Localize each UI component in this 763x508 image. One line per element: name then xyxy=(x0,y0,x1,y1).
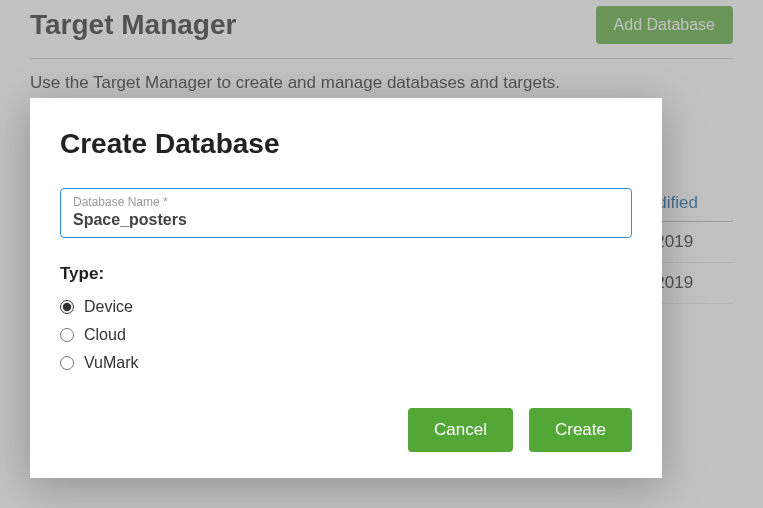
radio-option-vumark[interactable]: VuMark xyxy=(60,354,632,372)
radio-option-cloud[interactable]: Cloud xyxy=(60,326,632,344)
radio-device[interactable] xyxy=(60,300,74,314)
radio-vumark[interactable] xyxy=(60,356,74,370)
create-button[interactable]: Create xyxy=(529,408,632,452)
radio-cloud-label: Cloud xyxy=(84,326,126,344)
create-database-modal: Create Database Database Name * Type: De… xyxy=(30,98,662,478)
radio-device-label: Device xyxy=(84,298,133,316)
type-radio-group: Device Cloud VuMark xyxy=(60,298,632,372)
type-label: Type: xyxy=(60,264,632,284)
radio-cloud[interactable] xyxy=(60,328,74,342)
cancel-button[interactable]: Cancel xyxy=(408,408,513,452)
radio-vumark-label: VuMark xyxy=(84,354,139,372)
database-name-label: Database Name * xyxy=(73,195,619,209)
database-name-input[interactable] xyxy=(73,211,619,229)
database-name-field-wrap[interactable]: Database Name * xyxy=(60,188,632,238)
radio-option-device[interactable]: Device xyxy=(60,298,632,316)
modal-title: Create Database xyxy=(60,128,632,160)
